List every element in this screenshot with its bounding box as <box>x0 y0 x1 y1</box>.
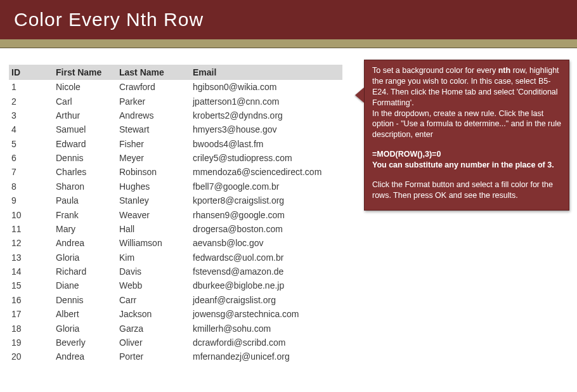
cell-last: Robinson <box>117 165 190 179</box>
cell-email: mfernandezj@unicef.org <box>190 350 342 363</box>
cell-id: 4 <box>9 122 53 136</box>
cell-email: mmendoza6@sciencedirect.com <box>190 165 342 179</box>
cell-email: jdeanf@craigslist.org <box>190 293 342 307</box>
table-row: 9PaulaStanleykporter8@craigslist.org <box>9 193 342 207</box>
table-row: 15DianeWebbdburkee@biglobe.ne.jp <box>9 278 342 292</box>
cell-last: Weaver <box>117 207 190 221</box>
cell-last: Stewart <box>117 122 190 136</box>
cell-first: Richard <box>53 265 117 278</box>
header-last: Last Name <box>117 65 190 80</box>
cell-id: 1 <box>9 80 53 94</box>
cell-first: Albert <box>53 307 117 321</box>
cell-id: 7 <box>9 165 53 179</box>
cell-last: Jackson <box>117 307 190 321</box>
cell-last: Garza <box>117 321 190 335</box>
callout-nth: nth <box>498 66 510 75</box>
cell-id: 10 <box>9 207 53 221</box>
cell-last: Oliver <box>117 336 190 350</box>
callout-text: To set a background color for every <box>372 66 498 75</box>
table-row: 3ArthurAndrewskroberts2@dyndns.org <box>9 108 342 122</box>
cell-first: Samuel <box>53 122 117 136</box>
table-row: 4SamuelStewarthmyers3@house.gov <box>9 122 342 136</box>
cell-id: 12 <box>9 236 53 250</box>
cell-id: 8 <box>9 180 53 193</box>
callout-substitute: You can substitute any number in the pla… <box>372 160 561 171</box>
cell-last: Andrews <box>117 108 190 122</box>
table-header-row: ID First Name Last Name Email <box>9 65 342 80</box>
cell-last: Williamson <box>117 236 190 250</box>
cell-first: Mary <box>53 222 117 236</box>
cell-first: Dennis <box>53 293 117 307</box>
cell-email: dburkee@biglobe.ne.jp <box>190 278 342 292</box>
table-row: 18GloriaGarzakmillerh@sohu.com <box>9 321 342 335</box>
table-row: 10FrankWeaverrhansen9@google.com <box>9 207 342 221</box>
cell-id: 20 <box>9 350 53 363</box>
table-row: 2CarlParkerjpatterson1@cnn.com <box>9 94 342 108</box>
content-area: ID First Name Last Name Email 1NicoleCra… <box>0 48 577 364</box>
cell-last: Carr <box>117 293 190 307</box>
cell-last: Crawford <box>117 80 190 94</box>
table-row: 11MaryHalldrogersa@boston.com <box>9 222 342 236</box>
cell-first: Frank <box>53 207 117 221</box>
table-row: 8SharonHughesfbell7@google.com.br <box>9 180 342 193</box>
cell-id: 14 <box>9 265 53 278</box>
cell-email: fbell7@google.com.br <box>190 180 342 193</box>
callout-paragraph: To set a background color for every nth … <box>372 65 561 108</box>
callout-paragraph: Click the Format button and select a fil… <box>372 180 561 201</box>
cell-first: Nicole <box>53 80 117 94</box>
callout-formula: =MOD(ROW(),3)=0 <box>372 149 561 160</box>
table-row: 5EdwardFisherbwoods4@last.fm <box>9 137 342 151</box>
header-first: First Name <box>53 65 117 80</box>
cell-id: 15 <box>9 278 53 292</box>
instruction-callout: To set a background color for every nth … <box>355 60 569 211</box>
cell-last: Stanley <box>117 193 190 207</box>
cell-email: kmillerh@sohu.com <box>190 321 342 335</box>
cell-id: 9 <box>9 193 53 207</box>
cell-first: Gloria <box>53 321 117 335</box>
cell-id: 16 <box>9 293 53 307</box>
cell-email: drogersa@boston.com <box>190 222 342 236</box>
page-title: Color Every Nth Row <box>0 0 577 39</box>
cell-email: jowensg@arstechnica.com <box>190 307 342 321</box>
cell-id: 18 <box>9 321 53 335</box>
cell-id: 3 <box>9 108 53 122</box>
cell-id: 6 <box>9 151 53 165</box>
cell-first: Sharon <box>53 180 117 193</box>
cell-email: aevansb@loc.gov <box>190 236 342 250</box>
cell-email: jpatterson1@cnn.com <box>190 94 342 108</box>
cell-email: fstevensd@amazon.de <box>190 265 342 278</box>
table-row: 12AndreaWilliamsonaevansb@loc.gov <box>9 236 342 250</box>
cell-id: 17 <box>9 307 53 321</box>
cell-first: Gloria <box>53 251 117 265</box>
cell-first: Diane <box>53 278 117 292</box>
table-row: 6DennisMeyercriley5@studiopress.com <box>9 151 342 165</box>
table-row: 7CharlesRobinsonmmendoza6@sciencedirect.… <box>9 165 342 179</box>
cell-last: Meyer <box>117 151 190 165</box>
cell-last: Hughes <box>117 180 190 193</box>
cell-email: criley5@studiopress.com <box>190 151 342 165</box>
table-row: 13GloriaKimfedwardsc@uol.com.br <box>9 251 342 265</box>
cell-email: bwoods4@last.fm <box>190 137 342 151</box>
cell-last: Davis <box>117 265 190 278</box>
accent-stripe <box>0 39 577 48</box>
callout-body: To set a background color for every nth … <box>364 60 569 211</box>
cell-id: 11 <box>9 222 53 236</box>
cell-first: Andrea <box>53 350 117 363</box>
cell-id: 5 <box>9 137 53 151</box>
cell-email: rhansen9@google.com <box>190 207 342 221</box>
cell-id: 13 <box>9 251 53 265</box>
table-row: 14RichardDavisfstevensd@amazon.de <box>9 265 342 278</box>
table-row: 1NicoleCrawfordhgibson0@wikia.com <box>9 80 342 94</box>
cell-last: Parker <box>117 94 190 108</box>
cell-first: Edward <box>53 137 117 151</box>
cell-first: Andrea <box>53 236 117 250</box>
header-email: Email <box>190 65 342 80</box>
cell-id: 2 <box>9 94 53 108</box>
cell-email: kporter8@craigslist.org <box>190 193 342 207</box>
cell-last: Webb <box>117 278 190 292</box>
data-table: ID First Name Last Name Email 1NicoleCra… <box>9 65 342 364</box>
callout-paragraph: In the dropdown, create a new rule. Clic… <box>372 108 561 141</box>
table-row: 17AlbertJacksonjowensg@arstechnica.com <box>9 307 342 321</box>
cell-email: hmyers3@house.gov <box>190 122 342 136</box>
table-row: 19BeverlyOliverdcrawfordi@scribd.com <box>9 336 342 350</box>
